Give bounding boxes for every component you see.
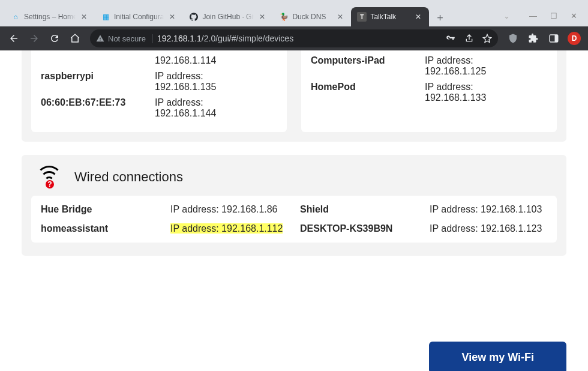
device-row: HomePod IP address: 192.168.1.133 <box>311 82 547 103</box>
forward-button[interactable] <box>25 29 43 47</box>
device-ip: 192.168.1.144 <box>155 108 216 119</box>
tab-label: Initial Configura <box>114 13 164 21</box>
reload-button[interactable] <box>46 29 64 47</box>
device-ip: IP address: 192.168.1.123 <box>430 223 550 234</box>
svg-point-0 <box>448 37 449 38</box>
device-ip: 192.168.1.114 <box>155 55 216 66</box>
github-icon <box>189 12 199 22</box>
device-row: Computers-iPad IP address: 192.168.1.125 <box>311 55 547 77</box>
wired-icon: ? <box>36 166 62 189</box>
key-icon[interactable] <box>445 33 456 44</box>
side-panel-icon[interactable] <box>545 29 563 47</box>
share-icon[interactable] <box>464 34 474 43</box>
tab-settings-home[interactable]: ⌂ Settings – Home ✕ <box>5 7 95 26</box>
device-name: 06:60:EB:67:EE:73 <box>41 97 155 108</box>
device-name: HomePod <box>311 82 425 92</box>
site-info-button[interactable]: Not secure <box>96 34 152 43</box>
tab-label: Join GitHub · Git <box>202 13 254 21</box>
duck-icon: 🦆 <box>279 12 289 22</box>
svg-rect-2 <box>555 35 558 42</box>
doc-icon: ▦ <box>101 12 110 22</box>
device-ip: IP address: 192.168.1.86 <box>170 204 290 215</box>
tab-initial-config[interactable]: ▦ Initial Configura ✕ <box>95 7 183 26</box>
tab-strip: ⌂ Settings – Home ✕ ▦ Initial Configura … <box>0 5 588 26</box>
ip-label: IP address: <box>155 71 216 82</box>
ip-label: IP address: <box>425 55 486 66</box>
wireless-right-card: Computers-iPad IP address: 192.168.1.125… <box>301 50 557 132</box>
tab-github[interactable]: Join GitHub · Git ✕ <box>183 7 273 26</box>
extensions-icon[interactable] <box>524 29 542 47</box>
device-ip: 192.168.1.133 <box>425 92 486 103</box>
tab-label: TalkTalk <box>370 13 410 21</box>
tab-duckdns[interactable]: 🦆 Duck DNS ✕ <box>273 7 351 26</box>
close-icon[interactable]: ✕ <box>257 12 267 22</box>
minimize-button[interactable]: — <box>529 11 537 20</box>
close-icon[interactable]: ✕ <box>167 12 177 22</box>
home-button[interactable] <box>66 29 84 47</box>
device-ip-highlighted: IP address: 192.168.1.112 <box>170 223 290 234</box>
tab-talktalk[interactable]: T TalkTalk ✕ <box>351 7 429 26</box>
ip-label: IP address: <box>155 97 216 108</box>
url-text: 192.168.1.1/2.0/gui/#/simple/devices <box>157 34 293 43</box>
device-row: 192.168.1.114 <box>41 55 277 66</box>
wireless-left-card: 192.168.1.114 raspberrypi IP address: 19… <box>31 50 287 132</box>
device-ip: 192.168.1.125 <box>425 66 486 77</box>
device-name: raspberrypi <box>41 71 155 82</box>
device-name-homeassistant: homeassistant <box>41 223 161 234</box>
shield-icon[interactable] <box>504 29 522 47</box>
close-icon[interactable]: ✕ <box>79 12 89 22</box>
maximize-button[interactable]: ☐ <box>550 11 557 20</box>
ip-label: IP address: <box>425 82 486 92</box>
close-window-button[interactable]: ✕ <box>571 11 577 20</box>
bookmark-icon[interactable] <box>482 34 492 43</box>
home-icon: ⌂ <box>11 12 20 22</box>
device-ip: IP address: 192.168.1.103 <box>430 204 550 215</box>
device-row: raspberrypi IP address: 192.168.1.135 <box>41 71 277 92</box>
tt-icon: T <box>357 12 367 22</box>
wireless-panel: 192.168.1.114 raspberrypi IP address: 19… <box>22 50 566 142</box>
question-badge-icon: ? <box>44 179 55 190</box>
profile-avatar[interactable]: D <box>565 29 583 47</box>
security-label: Not secure <box>108 34 146 43</box>
device-name: Hue Bridge <box>41 204 161 215</box>
new-tab-button[interactable]: + <box>431 10 448 26</box>
wired-section: ? Wired connections Hue Bridge IP addres… <box>22 155 566 256</box>
device-name: Computers-iPad <box>311 55 425 66</box>
close-icon[interactable]: ✕ <box>413 12 423 22</box>
address-bar[interactable]: Not secure 192.168.1.1/2.0/gui/#/simple/… <box>90 29 498 47</box>
device-row: 06:60:EB:67:EE:73 IP address: 192.168.1.… <box>41 97 277 119</box>
back-button[interactable] <box>5 29 23 47</box>
device-name: DESKTOP-KS39B9N <box>300 223 420 234</box>
tab-label: Duck DNS <box>292 13 332 21</box>
close-icon[interactable]: ✕ <box>335 12 345 22</box>
device-ip: 192.168.1.135 <box>155 82 216 92</box>
view-wifi-button[interactable]: View my Wi-Fi <box>429 342 566 371</box>
section-title: Wired connections <box>74 169 183 185</box>
browser-toolbar: Not secure 192.168.1.1/2.0/gui/#/simple/… <box>0 26 588 50</box>
chevron-down-icon[interactable]: ⌄ <box>503 11 510 20</box>
warning-icon <box>96 34 104 43</box>
device-name: Shield <box>300 204 420 215</box>
tab-label: Settings – Home <box>24 13 76 21</box>
